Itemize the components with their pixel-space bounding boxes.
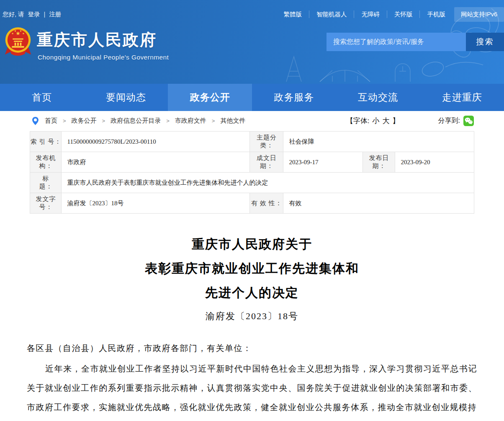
breadcrumb-home[interactable]: 首页 — [45, 117, 57, 125]
font-size-large-button[interactable]: 大 — [383, 116, 390, 126]
validity-label: 有 效 性： — [250, 193, 283, 214]
table-row: 索 引 号： 11500000009275780L/2023-00110 主题分… — [30, 132, 474, 152]
search-button[interactable]: 搜索 — [466, 33, 504, 51]
mobile-version-link[interactable]: 手机版 — [419, 10, 453, 18]
index-number-value: 11500000009275780L/2023-00110 — [62, 132, 250, 152]
index-number-label: 索 引 号： — [30, 132, 62, 152]
site-title: 重庆市人民政府 — [37, 29, 157, 51]
breadcrumb: 首页 > 政务公开 > 政府信息公开目录 > 市政府文件 > 其他文件 — [45, 117, 245, 125]
topbar: 您好, 请 登录 | 注册 繁體版 智能机器人 无障碍 关怀版 手机版 网站支持… — [0, 0, 504, 23]
accessibility-link[interactable]: 无障碍 — [354, 10, 387, 18]
table-row: 标 题： 重庆市人民政府关于表彰重庆市就业创业工作先进集体和先进个人的决定 — [30, 173, 474, 193]
ipv6-support-badge[interactable]: 网站支持IPv6 — [454, 7, 504, 22]
font-size-label-suffix: 】 — [393, 116, 400, 126]
doc-number-value: 渝府发〔2023〕18号 — [62, 193, 250, 214]
document-paragraph: 近年来，全市就业创业工作者坚持以习近平新时代中国特色社会主义思想为指导，深入学习… — [27, 359, 477, 417]
topic-category-value: 社会保障 — [283, 132, 474, 152]
svg-text:★: ★ — [11, 32, 14, 35]
table-row: 发文字号： 渝府发〔2023〕18号 有 效 性： 有效 — [30, 193, 474, 214]
site-title-english: Chongqing Municipal People's Government — [38, 54, 169, 61]
document-reference-number: 渝府发〔2023〕18号 — [27, 310, 477, 323]
smart-robot-link[interactable]: 智能机器人 — [309, 10, 354, 18]
breadcrumb-separator: > — [63, 118, 66, 124]
document-title-line3: 先进个人的决定 — [27, 281, 477, 305]
issuing-agency-value: 市政府 — [62, 152, 250, 173]
doc-title-value: 重庆市人民政府关于表彰重庆市就业创业工作先进集体和先进个人的决定 — [62, 173, 474, 193]
publish-date-label: 发布日期： — [363, 152, 395, 173]
svg-text:★: ★ — [14, 29, 17, 32]
written-date-value: 2023-09-17 — [283, 152, 363, 173]
document-metadata-table: 索 引 号： 11500000009275780L/2023-00110 主题分… — [30, 131, 474, 214]
main-nav: 首页 要闻动态 政务公开 政务服务 互动交流 走进重庆 — [0, 84, 504, 111]
traditional-chinese-link[interactable]: 繁體版 — [276, 10, 309, 18]
doc-title-label: 标 题： — [30, 173, 62, 193]
doc-number-label: 发文字号： — [30, 193, 62, 214]
nav-item-news[interactable]: 要闻动态 — [84, 84, 168, 111]
top-region: 您好, 请 登录 | 注册 繁體版 智能机器人 无障碍 关怀版 手机版 网站支持… — [0, 0, 504, 84]
nav-item-home[interactable]: 首页 — [0, 84, 84, 111]
nav-item-gov-disclosure[interactable]: 政务公开 — [168, 84, 252, 111]
register-link[interactable]: 注册 — [49, 10, 61, 18]
topic-category-label: 主题分类： — [250, 132, 283, 152]
breadcrumb-info-directory[interactable]: 政府信息公开目录 — [111, 117, 161, 125]
topbar-user-area: 您好, 请 登录 | 注册 — [3, 10, 61, 18]
search-input[interactable] — [327, 33, 466, 51]
care-version-link[interactable]: 关怀版 — [387, 10, 420, 18]
document-title: 重庆市人民政府关于 表彰重庆市就业创业工作先进集体和 先进个人的决定 — [27, 232, 477, 305]
font-size-small-button[interactable]: 小 — [373, 116, 380, 126]
publish-date-value: 2023-09-20 — [395, 152, 474, 173]
svg-text:★: ★ — [22, 32, 25, 35]
location-pin-icon — [32, 116, 39, 126]
nav-item-about-chongqing[interactable]: 走进重庆 — [420, 84, 504, 111]
login-link[interactable]: 登录 — [28, 10, 40, 18]
site-header: ★ ★ ★ ★ ★ 重庆市人民政府 Chongqing Municipal Pe… — [0, 23, 504, 84]
breadcrumb-separator: > — [212, 118, 215, 124]
login-register-divider: | — [44, 11, 46, 18]
breadcrumb-gov-disclosure[interactable]: 政务公开 — [72, 117, 97, 125]
font-size-widget: 【字体: 小 大 】 — [346, 116, 400, 126]
document-content: 重庆市人民政府关于 表彰重庆市就业创业工作先进集体和 先进个人的决定 渝府发〔2… — [27, 232, 477, 417]
breadcrumb-separator: > — [166, 118, 170, 124]
font-size-label: 【字体: — [346, 116, 370, 126]
svg-text:★: ★ — [20, 29, 22, 32]
nav-item-gov-services[interactable]: 政务服务 — [252, 84, 336, 111]
table-row: 发布机构： 市政府 成文日期： 2023-09-17 发布日期： 2023-09… — [30, 152, 474, 173]
issuing-agency-label: 发布机构： — [30, 152, 62, 173]
greeting-text: 您好, 请 — [3, 10, 24, 18]
breadcrumb-separator: > — [102, 118, 105, 124]
document-title-line2: 表彰重庆市就业创业工作先进集体和 — [27, 256, 477, 281]
topbar-utility-menu: 繁體版 智能机器人 无障碍 关怀版 手机版 网站支持IPv6 — [276, 7, 504, 22]
search-bar: 搜索 — [327, 33, 504, 51]
breadcrumb-other-documents[interactable]: 其他文件 — [220, 117, 245, 125]
validity-value: 有效 — [283, 193, 474, 214]
document-salutation: 各区县（自治县）人民政府，市政府各部门，有关单位： — [27, 343, 477, 354]
written-date-label: 成文日期： — [250, 152, 283, 173]
wechat-share-icon[interactable] — [463, 116, 474, 126]
nav-item-interaction[interactable]: 互动交流 — [336, 84, 420, 111]
breadcrumb-row: 首页 > 政务公开 > 政府信息公开目录 > 市政府文件 > 其他文件 【字体:… — [0, 111, 504, 131]
breadcrumb-city-gov-documents[interactable]: 市政府文件 — [175, 117, 206, 125]
page-tools: 【字体: 小 大 】 分享到: — [346, 116, 474, 126]
national-emblem-logo: ★ ★ ★ ★ ★ — [4, 26, 32, 58]
document-title-line1: 重庆市人民政府关于 — [27, 232, 477, 256]
page: 您好, 请 登录 | 注册 繁體版 智能机器人 无障碍 关怀版 手机版 网站支持… — [0, 0, 504, 421]
share-label: 分享到: — [438, 116, 460, 125]
share-widget: 分享到: — [438, 116, 474, 126]
